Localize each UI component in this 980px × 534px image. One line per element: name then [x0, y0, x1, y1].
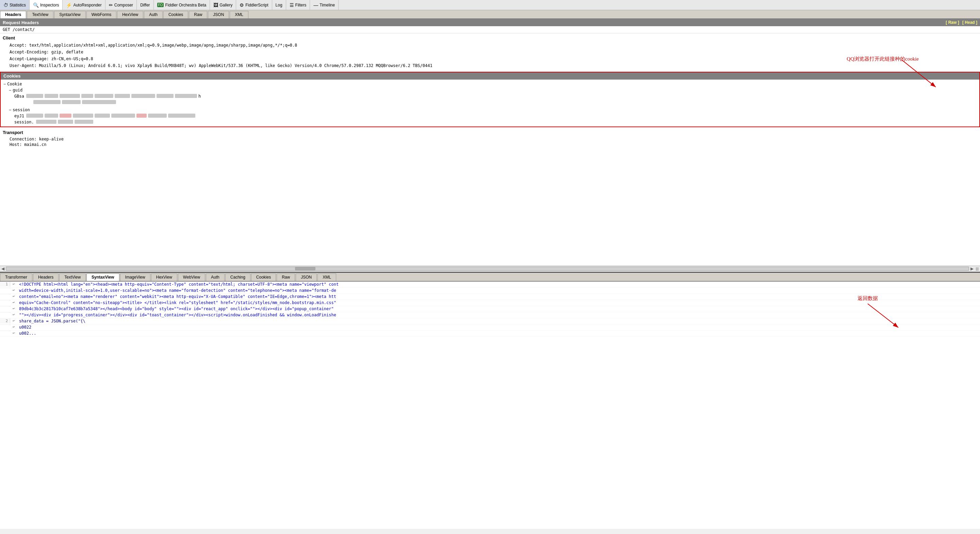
- tab-lower-auth[interactable]: Auth: [206, 273, 224, 281]
- toolbar-fiddlerscript[interactable]: ⚙ FiddlerScript: [236, 0, 272, 10]
- line-content-2: share_data = JSON.parse("{\: [17, 318, 980, 324]
- blur-4: [81, 94, 93, 98]
- line-num-2: 2: [0, 318, 10, 323]
- tab-cookies[interactable]: Cookies: [163, 11, 188, 18]
- scroll-thumb[interactable]: [295, 267, 315, 270]
- blur-6: [115, 94, 130, 98]
- client-section: Client Accept: text/html,application/xht…: [0, 33, 980, 71]
- blur-s5: [95, 114, 110, 118]
- tab-imageview[interactable]: ImageView: [120, 273, 150, 281]
- line-icon-1c: ↩: [10, 294, 17, 298]
- tree-toggle-cookie[interactable]: −: [3, 82, 6, 86]
- blur-s2: [45, 114, 58, 118]
- tree-row-guid: − guid: [1, 87, 979, 93]
- code-line-2c: ↩ u002...: [0, 331, 980, 337]
- upper-tab-bar: Headers TextView SyntaxView WebForms Hex…: [0, 10, 980, 19]
- code-line-2: 2 ↩ share_data = JSON.parse("{\: [0, 318, 980, 324]
- tree-label-session: session: [13, 108, 30, 112]
- blur-ss2: [58, 120, 73, 124]
- code-line-1: 1 ↩ <!DOCTYPE html><html lang="en"><head…: [0, 281, 980, 288]
- blur-s7: [137, 114, 147, 118]
- transport-row-connection: Connection: keep-alive: [3, 137, 977, 142]
- toolbar-gallery[interactable]: 🖼 Gallery: [210, 0, 236, 10]
- tree-label-gbsa: GBsa: [14, 94, 24, 99]
- blur-9: [175, 94, 197, 98]
- scroll-right-btn[interactable]: ▶: [970, 266, 974, 271]
- line-content-1e: 89db4c3b3c2817b10caf7e638b7a5348"></head…: [17, 306, 980, 312]
- toolbar-filters[interactable]: ☰ Filters: [286, 0, 310, 10]
- toolbar-statistics[interactable]: ⏱ Statistics: [0, 0, 30, 10]
- blur-s4: [73, 114, 93, 118]
- blur-e3: [82, 100, 116, 104]
- blur-s8: [148, 114, 167, 118]
- blur-ss1: [36, 120, 56, 124]
- toolbar-differ[interactable]: Differ: [137, 0, 153, 10]
- app-container: ⏱ Statistics 🔍 Inspectors ⚡ AutoResponde…: [0, 0, 980, 534]
- lower-tab-bar: Transformer Headers TextView SyntaxView …: [0, 273, 980, 281]
- tab-lower-hexview[interactable]: HexView: [151, 273, 177, 281]
- tab-lower-headers[interactable]: Headers: [33, 273, 59, 281]
- blur-s1: [26, 114, 43, 118]
- upper-content: Request Headers [ Raw ] [ Head ] GET /co…: [0, 19, 980, 265]
- toolbar-timeline[interactable]: — Timeline: [310, 0, 339, 10]
- blur-e2: [62, 100, 81, 104]
- blur-e1: [33, 100, 60, 104]
- tab-webforms[interactable]: WebForms: [86, 11, 116, 18]
- toolbar-fiddler-orchestra[interactable]: FO Fiddler Orchestra Beta: [154, 0, 210, 10]
- tab-lower-textview[interactable]: TextView: [59, 273, 86, 281]
- tab-headers[interactable]: Headers: [0, 11, 26, 18]
- client-row-accept: Accept: text/html,application/xhtml+xml,…: [3, 42, 977, 49]
- tab-transformer[interactable]: Transformer: [0, 273, 32, 281]
- line-num-1e: [0, 306, 10, 307]
- inspectors-icon: 🔍: [33, 2, 39, 8]
- tab-syntaxview[interactable]: SyntaxView: [54, 11, 86, 18]
- tab-lower-xml[interactable]: XML: [318, 273, 336, 281]
- line-num-1f: [0, 312, 10, 313]
- toolbar-composer[interactable]: ✏ Composer: [105, 0, 137, 10]
- line-icon-1d: ↩: [10, 300, 17, 304]
- line-content-1f: ""></div><div id="progress_container"></…: [17, 312, 980, 318]
- tab-lower-syntaxview[interactable]: SyntaxView: [86, 273, 119, 281]
- scroll-left-btn[interactable]: ◀: [2, 266, 5, 271]
- tree-label-eyj: eyJ1: [14, 114, 24, 118]
- autoresponder-icon: ⚡: [66, 2, 72, 8]
- tab-lower-cookies[interactable]: Cookies: [251, 273, 276, 281]
- tab-textview[interactable]: TextView: [27, 11, 53, 18]
- line-num-1b: [0, 288, 10, 288]
- gallery-icon: 🖼: [213, 2, 218, 8]
- tab-lower-raw[interactable]: Raw: [277, 273, 295, 281]
- client-row-language: Accept-Language: zh-CN,en-US;q=0.8: [3, 56, 977, 62]
- tab-caching[interactable]: Caching: [225, 273, 250, 281]
- line-icon-1b: ↩: [10, 288, 17, 292]
- upper-scrollbar[interactable]: ◀ ▶ |||: [0, 265, 980, 272]
- code-line-1b: ↩ width=device-width,initial-scale=1.0,u…: [0, 288, 980, 294]
- toolbar-log[interactable]: Log: [272, 0, 286, 10]
- line-icon-1f: ↩: [10, 312, 17, 317]
- tree-row-eyj: eyJ1: [1, 113, 979, 119]
- line-content-1c: content="email=no"><meta name="renderer"…: [17, 294, 980, 299]
- tab-lower-json[interactable]: JSON: [296, 273, 317, 281]
- tree-row-gbsa: GBsa h: [1, 93, 979, 99]
- filters-icon: ☰: [290, 2, 294, 8]
- tree-toggle-guid[interactable]: −: [9, 88, 11, 92]
- client-title: Client: [3, 35, 977, 40]
- toolbar-autoresponder[interactable]: ⚡ AutoResponder: [63, 0, 105, 10]
- scroll-track[interactable]: [6, 267, 969, 271]
- blur-end: h: [198, 94, 201, 99]
- tree-label-cookie: Cookie: [7, 82, 22, 86]
- blur-1: [26, 94, 43, 98]
- fo-icon: FO: [157, 3, 164, 7]
- tab-auth[interactable]: Auth: [144, 11, 163, 18]
- tab-raw[interactable]: Raw: [189, 11, 207, 18]
- tab-json[interactable]: JSON: [208, 11, 229, 18]
- tree-toggle-session[interactable]: −: [9, 108, 11, 112]
- tree-row-guid-extra: [20, 99, 979, 105]
- tab-hexview[interactable]: HexView: [117, 11, 143, 18]
- main-toolbar: ⏱ Statistics 🔍 Inspectors ⚡ AutoResponde…: [0, 0, 980, 10]
- toolbar-inspectors[interactable]: 🔍 Inspectors: [30, 0, 63, 10]
- tab-xml[interactable]: XML: [230, 11, 248, 18]
- tab-webview[interactable]: WebView: [178, 273, 205, 281]
- blur-5: [95, 94, 113, 98]
- line-num-2c: [0, 331, 10, 331]
- line-icon-2b: ↩: [10, 324, 17, 329]
